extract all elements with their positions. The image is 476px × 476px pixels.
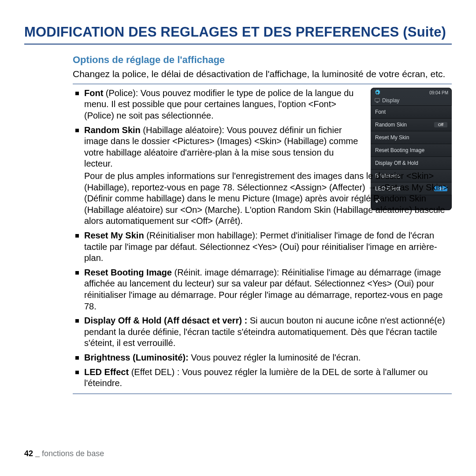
list-item: Reset Booting Image (Réinit. image démar…	[73, 267, 452, 312]
page-number: 42	[24, 449, 33, 458]
option-label: Reset My Skin	[84, 231, 144, 240]
footer-label: fonctions de base	[42, 449, 104, 458]
option-label: Font	[84, 88, 103, 98]
intro-text: Changez la police, le délai de désactiva…	[73, 68, 452, 80]
option-paren: (Réinitialiser mon habillage):	[144, 231, 260, 240]
option-label: Brightness (Luminosité):	[84, 353, 189, 362]
page-footer: 42 _ fonctions de base	[24, 449, 104, 458]
options-list: Font (Police): Vous pouvez modifier le t…	[73, 88, 452, 389]
list-item: Display Off & Hold (Aff désact et verr) …	[73, 315, 452, 349]
option-label: Reset Booting Image	[84, 268, 172, 277]
list-item: Font (Police): Vous pouvez modifier le t…	[73, 88, 452, 122]
page-title: MODIFICATION DES REGLAGES ET DES PREFERE…	[24, 24, 452, 40]
footer-sep: _	[33, 449, 42, 458]
option-extra: Pour de plus amples informations sur l'e…	[84, 171, 452, 227]
option-paren: (Effet DEL) :	[129, 367, 182, 377]
end-rule	[73, 394, 452, 394]
option-paren: (Police):	[103, 88, 140, 98]
intro-rule	[73, 84, 452, 84]
list-item: Brightness (Luminosité): Vous pouvez rég…	[73, 352, 452, 364]
list-item: Random Skin (Habillage aléatoire): Vous …	[73, 125, 452, 227]
option-paren: (Réinit. image démarrage):	[172, 268, 282, 277]
option-label: Display Off & Hold (Aff désact et verr) …	[84, 316, 247, 325]
option-text: Vous pouvez régler la luminosité de l'éc…	[191, 353, 361, 362]
option-paren: (Habillage aléatoire):	[141, 125, 227, 135]
option-label: Random Skin	[84, 125, 141, 135]
list-item: Reset My Skin (Réinitialiser mon habilla…	[73, 230, 452, 264]
section-heading: Options de réglage de l'affichage	[73, 54, 452, 66]
option-label: LED Effect	[84, 367, 129, 377]
title-rule	[24, 44, 452, 45]
list-item: LED Effect (Effet DEL) : Vous pouvez rég…	[73, 367, 452, 389]
